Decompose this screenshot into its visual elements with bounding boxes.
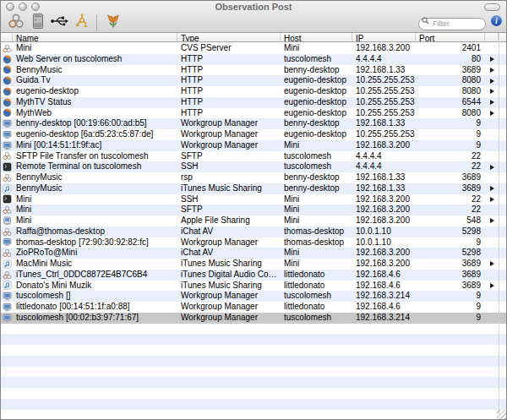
port-cell: 3689 xyxy=(416,270,485,281)
disclosure-arrow[interactable] xyxy=(485,97,499,108)
observation-post-button[interactable] xyxy=(102,14,124,32)
column-header-type[interactable]: Type xyxy=(177,33,281,41)
host-cell: littledonato xyxy=(281,302,352,313)
host-cell: tuscolomesh xyxy=(281,54,352,65)
toolbar-pill-button[interactable] xyxy=(484,3,500,11)
table-row[interactable]: MythWebHTTPeugenio-desktop10.255.255.253… xyxy=(1,108,506,119)
column-divider xyxy=(499,33,499,419)
table-row[interactable]: thomas-desktop [72:90:30:92:82:fc]Workgr… xyxy=(1,237,506,248)
column-header-ip[interactable]: IP xyxy=(352,33,416,41)
host-cell: Mini xyxy=(281,43,352,54)
disclosure-arrow[interactable] xyxy=(485,281,499,292)
type-cell: SSH xyxy=(177,194,281,205)
table-row[interactable]: Guida TvHTTPeugenio-desktop10.255.255.25… xyxy=(1,75,506,86)
table-row[interactable]: eugenio-desktopHTTPeugenio-desktop10.255… xyxy=(1,86,506,97)
type-cell: Workgroup Manager xyxy=(177,237,281,248)
ip-cell: 192.168.3.200 xyxy=(352,205,416,215)
ip-cell: 192.168.1.33 xyxy=(352,183,416,194)
port-cell: 9 xyxy=(416,291,485,302)
port-cell: 6544 xyxy=(416,97,485,108)
table-row[interactable]: MiniCVS PServerMini192.168.3.2002401 xyxy=(1,43,506,54)
monitor-icon xyxy=(1,140,13,151)
afp-icon xyxy=(1,215,13,226)
disclosure-arrow xyxy=(485,43,499,54)
table-row[interactable]: BennyMusicrspbenny-desktop192.168.1.3336… xyxy=(1,172,506,183)
type-cell: Workgroup Manager xyxy=(177,291,281,302)
ip-cell: 192.168.3.214 xyxy=(352,291,416,302)
bonjour-services-button[interactable] xyxy=(5,14,27,32)
disclosure-arrow[interactable] xyxy=(485,161,499,172)
table-body: MiniCVS PServerMini192.168.3.2002401Web … xyxy=(1,43,506,419)
firewire-button[interactable] xyxy=(71,14,93,32)
type-cell: SFTP xyxy=(177,151,281,162)
disclosure-arrow[interactable] xyxy=(485,65,499,76)
monitor-icon xyxy=(1,118,13,129)
host-cell: benny-desktop xyxy=(281,172,352,183)
ip-cell: 192.168.4.6 xyxy=(352,302,416,313)
table-row[interactable]: benny-desktop [00:19:66:00:ad:b5]Workgro… xyxy=(1,118,506,129)
table-row[interactable]: Web Server on tuscolomeshHTTPtuscolomesh… xyxy=(1,54,506,65)
column-header-icon[interactable] xyxy=(1,33,13,41)
table-row[interactable]: iTunes_Ctrl_0DDC8872E4B7C6B4iTunes Digit… xyxy=(1,270,506,281)
server-button[interactable] xyxy=(27,14,49,32)
disclosure-arrow[interactable] xyxy=(485,183,499,194)
ip-cell: 192.168.3.214 xyxy=(352,313,416,324)
title-bar[interactable]: Observation Post xyxy=(1,1,506,13)
window-title: Observation Post xyxy=(1,1,506,14)
column-header-name[interactable]: Name xyxy=(13,33,177,41)
empty-row xyxy=(1,388,506,399)
monitor-icon xyxy=(1,291,13,302)
type-cell: iChat AV xyxy=(177,248,281,259)
host-cell: eugenio-desktop xyxy=(281,108,352,119)
table-row[interactable]: Raffa@thomas-desktopiChat AVthomas-deskt… xyxy=(1,226,506,237)
table-row[interactable]: SFTP File Transfer on tuscolomeshSFTPtus… xyxy=(1,151,506,162)
bonjour-icon xyxy=(1,205,13,215)
table-row[interactable]: ZioPRoTo@MiniiChat AVMini192.168.3.20052… xyxy=(1,248,506,259)
table-row[interactable]: MacMini MusiciTunes Music SharingMini192… xyxy=(1,259,506,270)
disclosure-arrow xyxy=(485,129,499,140)
table-row[interactable]: tuscolomesh [00:02:b3:97:71:67]Workgroup… xyxy=(1,313,506,324)
disclosure-arrow[interactable] xyxy=(485,259,499,270)
ip-cell: 10.255.255.253 xyxy=(352,129,416,140)
table-row[interactable]: BennyMusiciTunes Music Sharingbenny-desk… xyxy=(1,183,506,194)
name-cell: BennyMusic xyxy=(13,172,177,183)
port-cell: 22 xyxy=(416,205,485,215)
info-button[interactable]: i xyxy=(491,15,502,26)
ip-cell: 192.168.1.33 xyxy=(352,172,416,183)
disclosure-arrow[interactable] xyxy=(485,108,499,119)
table-row[interactable]: eugenio-desktop [6a:d5:23:c5:87:de]Workg… xyxy=(1,129,506,140)
host-cell: Mini xyxy=(281,259,352,270)
firefox-icon xyxy=(1,86,13,97)
table-row[interactable]: tuscolomesh []Workgroup Managertuscolome… xyxy=(1,291,506,302)
disclosure-arrow[interactable] xyxy=(485,215,499,226)
table-row[interactable]: BennyMusicHTTPbenny-desktop192.168.1.333… xyxy=(1,65,506,76)
table-row[interactable]: MythTV StatusHTTPeugenio-desktop10.255.2… xyxy=(1,97,506,108)
disclosure-arrow[interactable] xyxy=(485,54,499,65)
disclosure-arrow[interactable] xyxy=(485,194,499,205)
port-cell: 3689 xyxy=(416,172,485,183)
monitor-icon xyxy=(1,313,13,324)
table-row[interactable]: littledonato [00:14:51:1f:a0:88]Workgrou… xyxy=(1,302,506,313)
disclosure-arrow[interactable] xyxy=(485,86,499,97)
firefox-icon xyxy=(1,75,13,86)
music-icon xyxy=(1,259,13,270)
table-row[interactable]: Remote Terminal on tuscolomeshSSHtuscolo… xyxy=(1,161,506,172)
table-row[interactable]: Mini [00:14:51:1f:9f:ac]Workgroup Manage… xyxy=(1,140,506,151)
table-row[interactable]: MiniApple File SharingMini192.168.3.2005… xyxy=(1,215,506,226)
disclosure-arrow xyxy=(485,172,499,183)
disclosure-arrow xyxy=(485,226,499,237)
table-row[interactable]: MiniSFTPMini192.168.3.20022 xyxy=(1,205,506,215)
column-header-host[interactable]: Host xyxy=(281,33,352,41)
column-header-port[interactable]: Port xyxy=(416,33,485,41)
ip-cell: 10.255.255.253 xyxy=(352,97,416,108)
column-header-arrow[interactable] xyxy=(485,33,499,41)
type-cell: CVS PServer xyxy=(177,43,281,54)
table-row[interactable]: Donato's Mini MuzikiTunes Music Sharingl… xyxy=(1,281,506,292)
server-icon xyxy=(30,13,46,33)
disclosure-arrow[interactable] xyxy=(485,75,499,86)
resize-grip[interactable] xyxy=(497,410,506,419)
host-cell: littledonato xyxy=(281,281,352,292)
usb-button[interactable] xyxy=(49,14,71,32)
table-row[interactable]: MiniSSHMini192.168.3.20022 xyxy=(1,194,506,205)
window-chrome: Observation Post i xyxy=(1,1,506,33)
